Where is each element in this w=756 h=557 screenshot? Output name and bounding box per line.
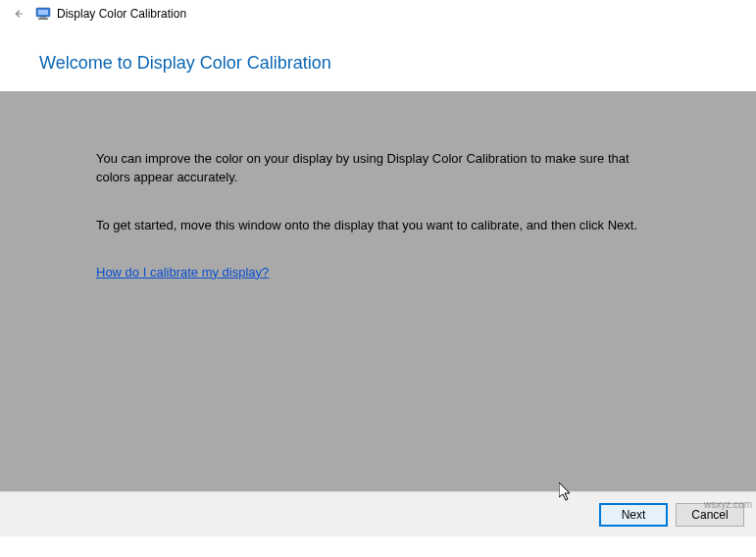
page-heading: Welcome to Display Color Calibration [39,53,717,74]
svg-rect-2 [38,10,48,15]
window-title: Display Color Calibration [57,7,186,21]
watermark: wsxyz.com [704,499,752,510]
content-area: You can improve the color on your displa… [0,91,756,491]
back-button[interactable] [8,4,27,24]
titlebar: Display Color Calibration [0,0,756,27]
intro-paragraph-2: To get started, move this window onto th… [96,217,660,235]
app-icon [35,6,51,22]
next-button[interactable]: Next [599,503,668,527]
heading-area: Welcome to Display Color Calibration [0,27,756,91]
intro-paragraph-1: You can improve the color on your displa… [96,150,660,187]
svg-rect-3 [40,17,46,19]
arrow-left-icon [11,7,25,21]
help-link[interactable]: How do I calibrate my display? [96,265,269,279]
svg-rect-4 [38,19,48,21]
footer: Next Cancel [0,491,756,536]
